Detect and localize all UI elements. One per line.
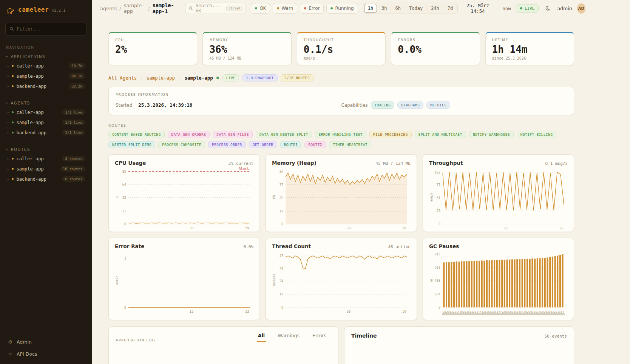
- sidebar-filter-box[interactable]: [5, 23, 87, 35]
- error-rate-chart: 01err/h1223: [115, 250, 253, 314]
- sidebar-item[interactable]: ▸ caller-app 4 routes: [5, 154, 87, 164]
- chevron-right-icon: ▸: [7, 74, 9, 78]
- section-header-agents[interactable]: ▾ AGENTS: [5, 99, 87, 107]
- agent-live-dot: [216, 77, 219, 79]
- stat-card: ERRORS 0.0%: [391, 32, 480, 65]
- section-header-routes[interactable]: ▾ ROUTES: [5, 145, 87, 154]
- sidebar-item[interactable]: ▸ sample-app 84.1k: [5, 71, 87, 81]
- chevron-right-icon: ▸: [7, 131, 9, 135]
- time-range-button[interactable]: 24h: [427, 4, 443, 13]
- time-range-button[interactable]: 1h: [364, 4, 377, 13]
- status-filter-chip[interactable]: Error: [300, 3, 324, 14]
- route-pill[interactable]: DATA-GEN-FILES: [213, 131, 253, 138]
- sidebar-item-label: sample-app: [16, 166, 43, 172]
- admin-link[interactable]: ⚙ Admin: [5, 336, 87, 347]
- status-filter-chip[interactable]: OK: [251, 3, 270, 14]
- svg-text:47: 47: [279, 254, 283, 258]
- route-pill[interactable]: TIMER-HEARTBEAT: [329, 141, 371, 148]
- log-tab[interactable]: Warnings: [276, 333, 301, 342]
- memory-heap-chart: 012253749MB3059: [272, 167, 411, 231]
- route-pill[interactable]: NESTED-SPLIT-DEMO: [108, 141, 155, 148]
- avatar[interactable]: AD: [577, 3, 585, 14]
- time-range-button[interactable]: 7d: [444, 4, 457, 13]
- sidebar-item[interactable]: ▸ backend-app 1/1 live: [5, 127, 87, 138]
- svg-text:21: 21: [122, 209, 126, 213]
- date-separator: —: [496, 6, 499, 11]
- log-tab[interactable]: All: [257, 333, 266, 342]
- status-dot: [330, 7, 333, 9]
- log-tabs: All Warnings Errors: [257, 333, 327, 342]
- agent-badges: LIVE 1.0-SNAPSHOT 3/16 ROUTES: [222, 74, 313, 81]
- time-range-button[interactable]: 6h: [392, 4, 405, 13]
- stat-value: 2%: [115, 44, 190, 55]
- route-pill[interactable]: CONTENT-BASED-ROUTING: [108, 131, 165, 138]
- all-agents-link[interactable]: All Agents: [108, 75, 137, 81]
- process-capabilities: Capabilities TRACING DIAGRAMS METRICS: [341, 101, 567, 109]
- status-filter-label: Warn: [281, 6, 293, 11]
- svg-text:51: 51: [437, 196, 440, 200]
- process-started: Started 25.3.2026, 14:39:18: [116, 102, 341, 108]
- chevron-right-icon: ▸: [7, 84, 9, 88]
- logo-row[interactable]: cameleer v3.2.1: [5, 6, 87, 15]
- sidebar-item[interactable]: ▸ sample-app 16 routes: [5, 164, 87, 174]
- route-pill[interactable]: ROUTE1: [280, 141, 302, 148]
- api-docs-link[interactable]: ≡ API Docs: [5, 348, 87, 359]
- status-dot: [255, 7, 257, 9]
- route-pill[interactable]: ERROR-HANDLING-TEST: [315, 131, 366, 138]
- capability-pill: DIAGRAMS: [397, 101, 423, 109]
- status-filter-chip[interactable]: Warn: [273, 3, 297, 14]
- date-range-display[interactable]: 25. März 14:54 — now: [463, 3, 511, 14]
- chart-svg: 0265177102msg/s1223: [429, 167, 568, 231]
- route-pill[interactable]: PROCESS-ORDER: [208, 141, 246, 148]
- global-search[interactable]: Search... ⌘K Ctrl+K: [185, 3, 246, 14]
- route-pill[interactable]: FILE-PROCESSING: [369, 131, 412, 138]
- route-pill[interactable]: DATA-GEN-ORDERS: [168, 131, 210, 138]
- chevron-right-icon: ▸: [7, 177, 9, 181]
- agent-breadcrumb-row: All Agents · sample-app · sample-app LIV…: [108, 74, 574, 81]
- chart-current-value: 2% current: [229, 161, 253, 166]
- route-pill[interactable]: ROUTE2: [304, 141, 326, 148]
- svg-text:77: 77: [437, 183, 440, 187]
- time-range-button[interactable]: Today: [405, 4, 426, 13]
- status-filter-chip[interactable]: Running: [326, 3, 358, 14]
- svg-text:12: 12: [190, 310, 193, 313]
- search-icon: [9, 27, 14, 31]
- sidebar-item[interactable]: ▸ backend-app 6 routes: [5, 174, 87, 184]
- dark-mode-toggle[interactable]: [544, 4, 552, 13]
- user-name: admin: [557, 6, 572, 11]
- section-header-applications[interactable]: ▾ APPLICATIONS: [5, 52, 87, 61]
- memory-heap-card: Memory (Heap) 45 MB / 124 MB 012253749MB…: [266, 154, 417, 232]
- route-pill[interactable]: NOTIFY-BILLING: [517, 131, 557, 138]
- main-area: agents / sample-app / sample-app-1 Searc…: [92, 0, 630, 364]
- sidebar-item-label: backend-app: [16, 84, 46, 89]
- breadcrumb-agents[interactable]: agents: [100, 6, 117, 11]
- filter-input[interactable]: [17, 26, 83, 32]
- process-info-grid: Started 25.3.2026, 14:39:18 Capabilities…: [116, 101, 567, 109]
- chevron-right-icon: ▸: [7, 167, 9, 171]
- svg-text:23: 23: [559, 226, 563, 230]
- sample-app-link[interactable]: sample-app: [147, 75, 175, 81]
- route-pill[interactable]: SPLIT-AND-MULTICAST: [415, 131, 466, 138]
- chart-svg: 0204408611815ms2026032514392026032514442…: [429, 250, 568, 314]
- gc-pauses-chart: 0204408611815ms2026032514392026032514442…: [429, 250, 568, 314]
- crumb-separator: ·: [178, 75, 181, 81]
- sidebar-item[interactable]: ▸ caller-app 10.7k: [5, 61, 87, 71]
- route-pill[interactable]: PROCESS-COMPOSITE: [158, 141, 205, 148]
- sidebar-item[interactable]: ▸ sample-app 1/1 live: [5, 117, 87, 127]
- svg-text:0: 0: [439, 306, 440, 309]
- route-pill[interactable]: GET-ORDER: [249, 141, 277, 148]
- throughput-card: Throughput 0.1 msg/s 0265177102msg/s1223: [423, 154, 574, 232]
- log-tab[interactable]: Errors: [311, 333, 327, 342]
- stat-card: MEMORY 36% 45 MB / 124 MB: [202, 32, 291, 65]
- breadcrumb-sample-app[interactable]: sample-app: [124, 3, 146, 14]
- sidebar-item[interactable]: ▸ caller-app 1/1 live: [5, 107, 87, 117]
- svg-text:30: 30: [347, 310, 351, 313]
- route-pill[interactable]: DATA-GEN-NESTED-SPLIT: [256, 131, 312, 138]
- svg-text:msg/s: msg/s: [430, 192, 433, 201]
- status-filter-label: Running: [335, 6, 354, 11]
- route-pill[interactable]: NOTIFY-WAREHOUSE: [469, 131, 514, 138]
- stat-label: THROUGHPUT: [304, 38, 379, 42]
- sidebar-item[interactable]: ▸ backend-app 32.2k: [5, 81, 87, 91]
- time-range-button[interactable]: 3h: [378, 4, 391, 13]
- section-label: APPLICATIONS: [11, 54, 45, 59]
